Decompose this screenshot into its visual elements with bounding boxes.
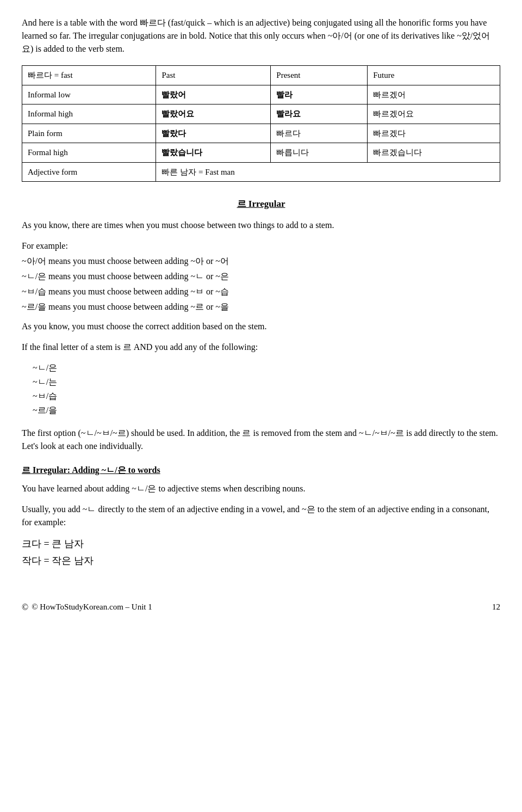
table-header-present: Present	[271, 66, 368, 85]
irregular-p4: The first option (~ㄴ/~ㅂ/~르) should be us…	[22, 427, 500, 453]
conjugation-table: 빠르다 = fast Past Present Future Informal …	[22, 65, 500, 182]
footer-left: © © HowToStudyKorean.com – Unit 1	[22, 601, 152, 614]
adding-subheading: 르 Irregular: Adding ~ㄴ/은 to words	[22, 464, 500, 477]
footer: © © HowToStudyKorean.com – Unit 1 12	[22, 601, 500, 614]
table-header-word: 빠르다 = fast	[22, 66, 156, 85]
irregular-p6: Usually, you add ~ㄴ directly to the stem…	[22, 503, 500, 529]
table-header-future: Future	[368, 66, 500, 85]
stem-list-item-4: ~르/을	[33, 404, 500, 417]
irregular-p3: If the final letter of a stem is 르 AND y…	[22, 341, 500, 354]
row-present-informal-high: 빨라요	[271, 104, 368, 124]
table-row: Informal low 빨랐어 빨라 빠르겠어	[22, 85, 500, 104]
row-future-informal-high: 빠르겠어요	[368, 104, 500, 124]
intro-paragraph: And here is a table with the word 빠르다 (f…	[22, 16, 500, 56]
table-row: Plain form 빨랐다 빠르다 빠르겠다	[22, 124, 500, 143]
irregular-p1: As you know, there are times when you mu…	[22, 219, 500, 232]
row-present-formal-high: 빠릅니다	[271, 143, 368, 163]
row-present-informal-low: 빨라	[271, 85, 368, 104]
row-past-plain: 빨랐다	[156, 124, 271, 143]
row-label-adjective: Adjective form	[22, 162, 156, 182]
big-examples-block: 크다 = 큰 남자 작다 = 작은 남자	[22, 537, 500, 568]
row-past-informal-high: 빨랐어요	[156, 104, 271, 124]
table-row: Informal high 빨랐어요 빨라요 빠르겠어요	[22, 104, 500, 124]
table-row-adjective: Adjective form 빠른 남자 = Fast man	[22, 162, 500, 182]
example-3: ~ㅂ/습 means you must choose between addin…	[22, 285, 500, 298]
table-row: Formal high 빨랐습니다 빠릅니다 빠르겠습니다	[22, 143, 500, 163]
footer-page-number: 12	[492, 601, 500, 613]
copyright-icon: ©	[22, 601, 28, 614]
row-label-formal-high: Formal high	[22, 143, 156, 163]
stem-list-item-3: ~ㅂ/습	[33, 390, 500, 403]
stem-list-block: ~ㄴ/은 ~ㄴ/는 ~ㅂ/습 ~르/을	[33, 361, 500, 417]
row-past-formal-high: 빨랐습니다	[156, 143, 271, 163]
irregular-p5: You have learned about adding ~ㄴ/은 to ad…	[22, 482, 500, 495]
for-example-label: For example:	[22, 239, 500, 253]
irregular-section-heading: 르 Irregular	[22, 197, 500, 211]
row-label-informal-high: Informal high	[22, 104, 156, 124]
irregular-p2: As you know, you must choose the correct…	[22, 320, 500, 333]
row-label-plain: Plain form	[22, 124, 156, 143]
row-label-informal-low: Informal low	[22, 85, 156, 104]
for-example-block: For example: ~아/어 means you must choose …	[22, 239, 500, 313]
table-header-past: Past	[156, 66, 271, 85]
row-adjective-value: 빠른 남자 = Fast man	[156, 162, 500, 182]
row-future-plain: 빠르겠다	[368, 124, 500, 143]
example-2: ~ㄴ/은 means you must choose between addin…	[22, 270, 500, 283]
stem-list-item-2: ~ㄴ/는	[33, 376, 500, 389]
example-1: ~아/어 means you must choose between addin…	[22, 255, 500, 268]
row-future-informal-low: 빠르겠어	[368, 85, 500, 104]
example-4: ~르/을 means you must choose between addin…	[22, 300, 500, 313]
big-example-1: 크다 = 큰 남자	[22, 537, 500, 551]
footer-copyright: © HowToStudyKorean.com – Unit 1	[32, 601, 152, 613]
row-future-formal-high: 빠르겠습니다	[368, 143, 500, 163]
stem-list-item-1: ~ㄴ/은	[33, 361, 500, 374]
row-present-plain: 빠르다	[271, 124, 368, 143]
row-past-informal-low: 빨랐어	[156, 85, 271, 104]
big-example-2: 작다 = 작은 남자	[22, 553, 500, 568]
